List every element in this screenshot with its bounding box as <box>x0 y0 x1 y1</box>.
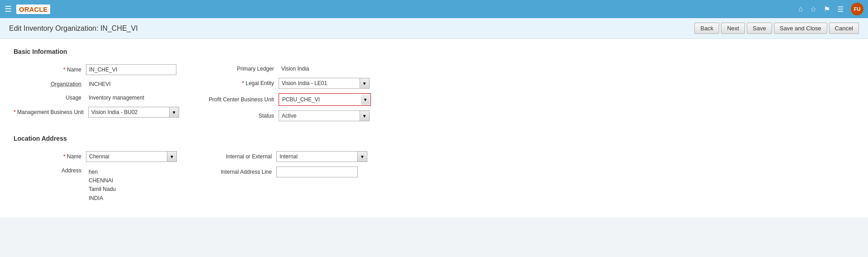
mbu-select-wrapper: ▼ <box>88 107 179 118</box>
profit-center-row: Profit Center Business Unit ▼ <box>206 93 371 106</box>
nav-left: ☰ ORACLE <box>5 4 50 14</box>
internal-external-dropdown-btn[interactable]: ▼ <box>358 151 367 162</box>
name-input[interactable] <box>86 64 176 75</box>
mbu-input[interactable] <box>88 107 170 118</box>
internal-external-input[interactable] <box>276 151 358 162</box>
usage-label: Usage <box>14 95 86 101</box>
location-name-label: Name <box>14 153 86 160</box>
legal-entity-select-wrapper: ▼ <box>279 78 370 89</box>
status-input[interactable] <box>279 110 360 121</box>
basic-info-title: Basic Information <box>14 48 854 57</box>
location-name-input[interactable] <box>86 151 167 162</box>
usage-row: Usage Inventory management <box>14 93 179 102</box>
page-header: Edit Inventory Organization: IN_CHE_VI B… <box>0 18 868 39</box>
status-label: Status <box>206 113 279 119</box>
primary-ledger-row: Primary Ledger Vision India <box>206 64 371 73</box>
organization-label: Organization <box>14 81 86 87</box>
legal-entity-dropdown-btn[interactable]: ▼ <box>360 78 370 89</box>
star-icon[interactable]: ☆ <box>810 5 816 14</box>
location-name-dropdown-btn[interactable]: ▼ <box>167 151 177 162</box>
usage-value: Inventory management <box>86 93 147 102</box>
main-content: Basic Information Name Organization INCH… <box>0 39 868 218</box>
internal-address-label: Internal Address Line <box>204 169 276 175</box>
basic-info-right: Primary Ledger Vision India Legal Entity… <box>206 64 371 126</box>
name-label: Name <box>14 67 86 73</box>
home-icon[interactable]: ⌂ <box>798 5 803 13</box>
toolbar: Back Next Save Save and Close Cancel <box>694 23 859 34</box>
organization-value: INCHEVI <box>86 80 114 89</box>
location-right: Internal or External ▼ Internal Address … <box>204 151 367 209</box>
profit-center-highlight: ▼ <box>279 93 371 106</box>
page-title: Edit Inventory Organization: IN_CHE_VI <box>9 24 138 33</box>
status-row: Status ▼ <box>206 110 371 121</box>
save-button[interactable]: Save <box>747 23 772 34</box>
internal-external-select-wrapper: ▼ <box>276 151 367 162</box>
basic-info-left: Name Organization INCHEVI Usage Inventor… <box>14 64 179 126</box>
legal-entity-label: Legal Entity <box>206 80 279 86</box>
primary-ledger-value: Vision India <box>279 64 312 73</box>
mbu-label: Management Business Unit <box>14 109 88 115</box>
internal-address-row: Internal Address Line <box>204 167 367 177</box>
mbu-dropdown-btn[interactable]: ▼ <box>170 107 179 118</box>
address-row: Address hen CHENNAI Tamil Nadu INDIA <box>14 167 177 204</box>
profit-center-dropdown-btn[interactable]: ▼ <box>361 94 370 105</box>
nav-right: ⌂ ☆ ⚑ ☰ FU <box>798 3 863 15</box>
address-label: Address <box>14 167 86 174</box>
profit-center-input[interactable] <box>280 94 361 105</box>
address-value: hen CHENNAI Tamil Nadu INDIA <box>86 167 119 204</box>
save-close-button[interactable]: Save and Close <box>774 23 827 34</box>
internal-address-input[interactable] <box>276 167 358 177</box>
location-section: Location Address Name ▼ Address hen <box>14 135 854 209</box>
internal-external-row: Internal or External ▼ <box>204 151 367 162</box>
primary-ledger-label: Primary Ledger <box>206 66 279 72</box>
user-avatar[interactable]: FU <box>851 3 863 15</box>
location-name-row: Name ▼ <box>14 151 177 162</box>
bell-icon[interactable]: ☰ <box>837 5 844 14</box>
profit-center-label: Profit Center Business Unit <box>206 96 279 103</box>
internal-external-label: Internal or External <box>204 153 276 160</box>
back-button[interactable]: Back <box>694 23 719 34</box>
status-dropdown-btn[interactable]: ▼ <box>360 110 370 121</box>
legal-entity-row: Legal Entity ▼ <box>206 78 371 89</box>
flag-icon[interactable]: ⚑ <box>824 5 830 14</box>
location-name-select-wrapper: ▼ <box>86 151 177 162</box>
name-row: Name <box>14 64 179 75</box>
location-title: Location Address <box>14 135 854 144</box>
next-button[interactable]: Next <box>721 23 745 34</box>
status-select-wrapper: ▼ <box>279 110 370 121</box>
location-left: Name ▼ Address hen CHENNAI Tamil Nadu IN… <box>14 151 177 209</box>
organization-row: Organization INCHEVI <box>14 80 179 89</box>
legal-entity-input[interactable] <box>279 78 360 89</box>
hamburger-menu-icon[interactable]: ☰ <box>5 4 12 14</box>
oracle-logo: ORACLE <box>16 5 50 14</box>
cancel-button[interactable]: Cancel <box>829 23 859 34</box>
top-navigation: ☰ ORACLE ⌂ ☆ ⚑ ☰ FU <box>0 0 868 18</box>
mbu-row: Management Business Unit ▼ <box>14 107 179 118</box>
